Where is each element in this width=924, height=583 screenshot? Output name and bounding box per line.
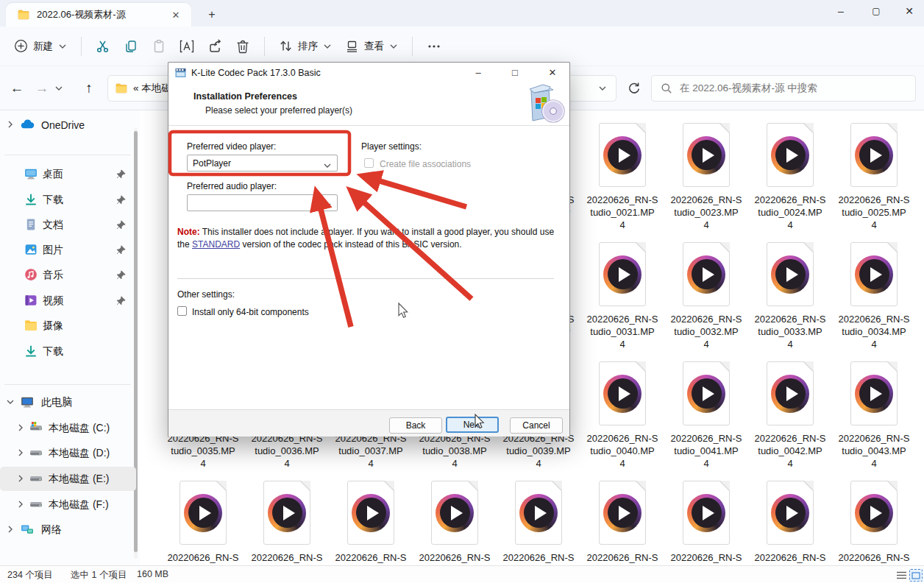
- sidebar-item--e-[interactable]: 本地磁盘 (E:): [0, 467, 136, 491]
- view-button[interactable]: 查看: [338, 34, 405, 58]
- video-file-icon: [683, 242, 730, 306]
- file-tile[interactable]: 20220626_RN-S: [413, 481, 497, 564]
- file-tile[interactable]: 20220626_RN-S tudio_0023.MP 4: [664, 123, 748, 231]
- sidebar-item--c-[interactable]: 本地磁盘 (C:): [0, 416, 136, 440]
- selected-count: 选中 1 个项目: [71, 569, 127, 582]
- file-tile[interactable]: 20220626_RN-S: [580, 481, 664, 564]
- new-tab-button[interactable]: +: [203, 6, 221, 24]
- sidebar-divider: [4, 155, 131, 155]
- chevron-right-icon[interactable]: [16, 474, 26, 484]
- dialog-maximize-button[interactable]: □: [502, 63, 527, 82]
- file-tile[interactable]: 20220626_RN-S: [329, 481, 413, 564]
- sidebar-item--[interactable]: 桌面: [0, 162, 136, 186]
- folder-icon: [115, 83, 127, 93]
- copy-button[interactable]: [117, 34, 145, 59]
- sidebar-item-label: 本地磁盘 (C:): [49, 422, 110, 435]
- chevron-down-icon: [58, 42, 67, 51]
- sidebar-item-label: 图片: [43, 244, 63, 257]
- video-file-icon: [599, 481, 646, 545]
- delete-button[interactable]: [229, 34, 257, 59]
- sidebar-item--[interactable]: 视频: [0, 289, 136, 313]
- video-file-icon: [850, 481, 898, 545]
- sidebar-item-onedrive[interactable]: OneDrive: [0, 113, 136, 137]
- file-tile[interactable]: 20220626_RN-S tudio_0033.MP 4: [748, 242, 832, 350]
- explorer-tab[interactable]: 2022.06-视频素材-源 ✕: [6, 3, 191, 26]
- file-tile[interactable]: 20220626_RN-S tudio_0024.MP 4: [748, 123, 832, 231]
- details-view-icon[interactable]: [895, 569, 908, 582]
- file-tile[interactable]: 20220626_RN-S tudio_0043.MP 4: [832, 361, 916, 470]
- refresh-icon[interactable]: [627, 81, 641, 95]
- sidebar-item--[interactable]: 图片: [0, 238, 136, 262]
- chevron-right-icon[interactable]: [6, 120, 16, 130]
- address-dropdown-icon[interactable]: [598, 84, 607, 93]
- file-tile[interactable]: 20220626_RN-S: [832, 481, 916, 564]
- next-button[interactable]: Next: [446, 417, 499, 433]
- audio-player-select[interactable]: [187, 194, 338, 211]
- file-tile[interactable]: 20220626_RN-S tudio_0042.MP 4: [748, 361, 832, 470]
- video-player-select[interactable]: PotPlayer: [187, 155, 338, 172]
- chevron-right-icon[interactable]: [16, 500, 26, 510]
- chevron-right-icon[interactable]: [6, 525, 16, 535]
- window-maximize-button[interactable]: ▢: [859, 0, 893, 22]
- screen: 20220626_RN-S tudio_0020.MP 420220626_RN…: [0, 0, 924, 583]
- sidebar-item--[interactable]: 下载: [0, 339, 136, 364]
- file-tile[interactable]: 20220626_RN-S: [664, 481, 748, 564]
- file-name: 20220626_RN-S tudio_0025.MP 4: [832, 194, 916, 231]
- file-tile[interactable]: 20220626_RN-S: [497, 481, 580, 564]
- back-button[interactable]: Back: [389, 417, 442, 434]
- large-icons-view-icon[interactable]: [909, 569, 923, 582]
- more-button[interactable]: [420, 34, 448, 59]
- play-icon: [603, 255, 642, 294]
- sidebar-item--[interactable]: 文档: [0, 213, 136, 237]
- chevron-right-icon[interactable]: [16, 423, 26, 434]
- file-tile[interactable]: 20220626_RN-S tudio_0021.MP 4: [580, 123, 664, 231]
- cancel-button[interactable]: Cancel: [510, 417, 563, 434]
- back-icon[interactable]: ←: [4, 80, 29, 96]
- new-button[interactable]: 新建: [7, 34, 74, 58]
- file-tile[interactable]: 20220626_RN-S tudio_0025.MP 4: [832, 123, 916, 231]
- sidebar-item--[interactable]: 下载: [0, 188, 136, 212]
- sidebar-item--[interactable]: 网络: [0, 517, 136, 542]
- sidebar-item--f-[interactable]: 本地磁盘 (F:): [0, 492, 136, 517]
- sort-button[interactable]: 排序: [272, 34, 338, 58]
- standard-version-link[interactable]: STANDARD: [192, 239, 240, 250]
- file-tile[interactable]: 20220626_RN-S tudio_0034.MP 4: [832, 242, 916, 350]
- history-chevron-icon[interactable]: [54, 84, 77, 93]
- paste-button[interactable]: [145, 34, 173, 59]
- drive-icon: [29, 446, 43, 459]
- up-icon[interactable]: ↑: [77, 80, 102, 96]
- file-tile[interactable]: 20220626_RN-S: [748, 481, 832, 564]
- share-button[interactable]: [201, 34, 229, 59]
- chevron-right-icon[interactable]: [16, 448, 26, 459]
- file-tile[interactable]: 20220626_RN-S tudio_0032.MP 4: [664, 242, 748, 350]
- forward-icon[interactable]: →: [29, 80, 54, 96]
- dialog-close-button[interactable]: ✕: [540, 63, 565, 82]
- window-minimize-button[interactable]: –: [824, 0, 858, 22]
- search-input[interactable]: 在 2022.06-视频素材-源 中搜索: [651, 75, 916, 102]
- sidebar-item--[interactable]: 音乐: [0, 263, 136, 287]
- file-associations-checkbox[interactable]: [364, 158, 374, 168]
- file-name: 20220626_RN-S tudio_0043.MP 4: [832, 432, 916, 470]
- play-icon: [687, 136, 725, 174]
- window-close-button[interactable]: ✕: [895, 0, 924, 22]
- download-icon: [24, 193, 38, 206]
- dialog-minimize-button[interactable]: –: [466, 63, 491, 82]
- tab-close-icon[interactable]: ✕: [168, 7, 184, 23]
- install-64bit-checkbox[interactable]: [177, 306, 187, 316]
- file-tile[interactable]: 20220626_RN-S tudio_0041.MP 4: [664, 361, 748, 470]
- file-tile[interactable]: 20220626_RN-S: [245, 481, 329, 564]
- note-bold: Note:: [177, 227, 200, 237]
- sidebar-item--[interactable]: 摄像: [0, 314, 136, 338]
- rename-button[interactable]: [173, 34, 201, 59]
- file-tile[interactable]: 20220626_RN-S: [161, 481, 245, 564]
- chevron-down-icon: [323, 161, 332, 170]
- play-icon: [771, 136, 809, 174]
- sidebar-item--[interactable]: 此电脑: [0, 390, 136, 414]
- chevron-down-icon[interactable]: [6, 398, 16, 408]
- title-bar: 2022.06-视频素材-源 ✕ + – ▢ ✕: [0, 0, 924, 26]
- sidebar-item--d-[interactable]: 本地磁盘 (D:): [0, 441, 136, 465]
- file-tile[interactable]: 20220626_RN-S tudio_0040.MP 4: [580, 361, 664, 470]
- sidebar-item-label: 网络: [41, 523, 62, 537]
- file-tile[interactable]: 20220626_RN-S tudio_0031.MP 4: [580, 242, 664, 350]
- cut-button[interactable]: [89, 34, 117, 59]
